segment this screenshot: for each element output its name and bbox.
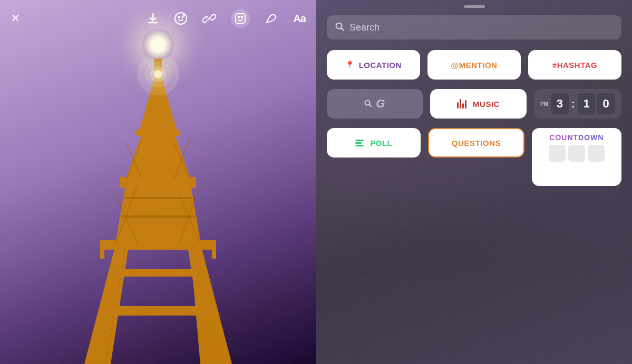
sticker-row-3: POLL QUESTIONS COUNTDOWN bbox=[327, 128, 621, 186]
countdown-label: COUNTDOWN bbox=[549, 133, 604, 142]
svg-marker-1 bbox=[190, 243, 232, 364]
questions-sticker[interactable]: QUESTIONS bbox=[428, 128, 524, 158]
link-button[interactable] bbox=[202, 12, 216, 25]
svg-rect-9 bbox=[212, 240, 216, 259]
music-label: MUSIC bbox=[473, 100, 500, 109]
svg-rect-16 bbox=[191, 177, 196, 188]
poll-sticker[interactable]: POLL bbox=[327, 128, 421, 158]
svg-rect-5 bbox=[111, 269, 206, 277]
story-editor-panel: ✕ bbox=[0, 0, 316, 364]
svg-rect-17 bbox=[136, 130, 180, 136]
questions-label: QUESTIONS bbox=[452, 139, 501, 147]
countdown-boxes bbox=[549, 145, 605, 162]
svg-point-35 bbox=[182, 17, 183, 18]
poll-label: POLL bbox=[370, 139, 392, 147]
emoji-add-button[interactable] bbox=[174, 12, 188, 25]
svg-rect-13 bbox=[121, 177, 195, 184]
countdown-sticker[interactable]: COUNTDOWN bbox=[532, 128, 621, 186]
mention-sticker[interactable]: @MENTION bbox=[427, 50, 521, 80]
svg-marker-0 bbox=[84, 243, 127, 364]
time-period: PM bbox=[540, 101, 548, 107]
close-button[interactable]: ✕ bbox=[11, 12, 20, 25]
gif-search-icon bbox=[364, 100, 372, 109]
music-bars-icon bbox=[457, 99, 469, 109]
draw-button[interactable] bbox=[265, 12, 278, 25]
countdown-box-1 bbox=[549, 145, 566, 162]
sticker-grid: 📍 LOCATION @MENTION #HASHTAG G bbox=[327, 50, 621, 186]
music-sticker[interactable]: MUSIC bbox=[430, 89, 526, 119]
poll-lines-icon bbox=[355, 140, 366, 146]
svg-line-42 bbox=[341, 28, 344, 31]
svg-rect-38 bbox=[236, 14, 245, 23]
time-minute-digit-1: 1 bbox=[578, 93, 596, 114]
search-bar[interactable] bbox=[327, 15, 621, 40]
svg-line-44 bbox=[370, 104, 372, 106]
top-toolbar: ✕ bbox=[0, 0, 316, 37]
sticker-button[interactable] bbox=[231, 9, 250, 28]
location-sticker[interactable]: 📍 LOCATION bbox=[327, 50, 420, 80]
sticker-row-2: G MUSIC PM 3 : bbox=[327, 89, 621, 119]
hashtag-sticker[interactable]: #HASHTAG bbox=[528, 50, 621, 80]
svg-point-34 bbox=[179, 17, 180, 18]
location-pin-icon: 📍 bbox=[345, 61, 355, 69]
svg-marker-7 bbox=[116, 180, 200, 240]
search-icon bbox=[335, 22, 344, 33]
svg-point-32 bbox=[137, 58, 179, 95]
time-hour-digit: 3 bbox=[551, 93, 569, 114]
eiffel-tower bbox=[74, 58, 242, 364]
gif-letter: G bbox=[376, 97, 385, 111]
gif-sticker[interactable]: G bbox=[327, 89, 423, 119]
text-button[interactable]: Aa bbox=[293, 13, 306, 25]
time-sticker[interactable]: PM 3 : 1 0 bbox=[534, 89, 621, 119]
svg-point-40 bbox=[241, 16, 243, 18]
svg-rect-4 bbox=[103, 306, 213, 316]
sticker-row-1: 📍 LOCATION @MENTION #HASHTAG bbox=[327, 50, 621, 80]
hashtag-label: #HASHTAG bbox=[552, 61, 597, 70]
countdown-box-2 bbox=[568, 145, 585, 162]
drag-handle[interactable] bbox=[464, 5, 485, 8]
sticker-panel: 📍 LOCATION @MENTION #HASHTAG G bbox=[316, 0, 632, 364]
svg-point-39 bbox=[238, 16, 240, 18]
time-colon: : bbox=[571, 98, 575, 110]
mention-label: @MENTION bbox=[451, 61, 498, 70]
countdown-box-3 bbox=[588, 145, 605, 162]
time-minute-digit-2: 0 bbox=[597, 93, 615, 114]
svg-rect-6 bbox=[100, 240, 216, 250]
location-label: LOCATION bbox=[359, 61, 402, 70]
download-button[interactable] bbox=[147, 12, 159, 25]
svg-rect-8 bbox=[100, 240, 104, 259]
svg-rect-15 bbox=[120, 177, 125, 188]
search-input[interactable] bbox=[349, 22, 613, 33]
